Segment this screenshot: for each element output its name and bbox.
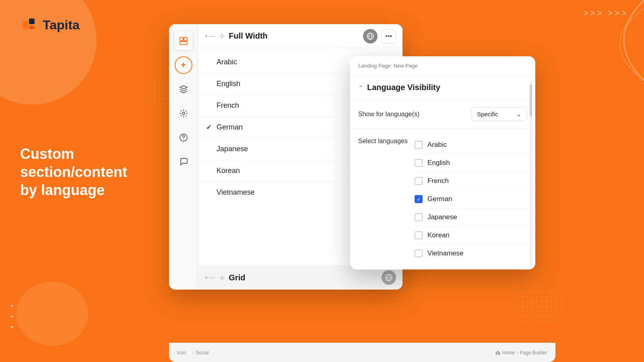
svg-rect-2 xyxy=(29,19,35,24)
more-button-fullwidth[interactable]: ••• xyxy=(382,29,396,43)
dash-icon-fullwidth: — xyxy=(209,33,215,40)
show-for-label: Show for language(s) xyxy=(358,111,419,118)
headline-line3: by language xyxy=(20,181,127,199)
chevrons-decoration: ⌄ ⌄ ⌄ xyxy=(9,300,15,330)
sidebar-icon-layers[interactable] xyxy=(175,80,192,98)
decorative-arrows: >>> >>> xyxy=(583,8,628,19)
checkbox-japanese[interactable] xyxy=(415,213,423,221)
svg-point-7 xyxy=(182,112,185,115)
svg-rect-6 xyxy=(180,41,187,45)
home-icon xyxy=(495,350,500,355)
lang-name-french: French xyxy=(217,101,239,110)
full-width-title: Full Width xyxy=(229,31,267,41)
lang-name-japanese: Japanese xyxy=(217,145,248,153)
full-width-header: + — ⊹ Full Width ••• xyxy=(198,24,402,48)
check-label-german: German xyxy=(427,195,452,203)
logo-area: Tapita xyxy=(20,16,80,34)
move-icon-grid[interactable]: ⊹ xyxy=(219,274,225,282)
sidebar-icon-help[interactable] xyxy=(175,129,192,146)
check-label-french: French xyxy=(427,177,449,185)
breadcrumb-separator: › xyxy=(516,350,518,356)
logo-text: Tapita xyxy=(43,18,80,33)
sidebar-icon-settings[interactable] xyxy=(175,105,192,122)
check-label-japanese: Japanese xyxy=(427,213,457,221)
select-languages-label: Select languages xyxy=(358,136,415,145)
bg-blob-top-left xyxy=(0,0,97,105)
social-label: - Social xyxy=(193,350,209,356)
chevron-3: ⌄ xyxy=(9,321,15,330)
svg-rect-3 xyxy=(29,26,35,29)
languages-checklist: Arabic English French ✓ German Japanese xyxy=(415,136,527,262)
sidebar-icon-add[interactable]: + xyxy=(175,56,192,74)
scroll-thumb[interactable] xyxy=(530,84,532,117)
show-for-row: Show for language(s) Specific ⌄ xyxy=(350,100,535,129)
svg-rect-4 xyxy=(180,37,183,41)
check-german: ✓ xyxy=(206,123,213,131)
headline-line2: section/content xyxy=(20,163,127,181)
check-item-english[interactable]: English xyxy=(415,154,527,172)
bg-dots-right xyxy=(515,290,564,322)
check-item-vietnamese[interactable]: Vietnamese xyxy=(415,245,527,262)
check-item-german[interactable]: ✓ German xyxy=(415,190,527,208)
check-item-arabic[interactable]: Arabic xyxy=(415,136,527,154)
collapse-icon[interactable]: ⌃ xyxy=(358,84,363,91)
add-plus-symbol: + xyxy=(181,60,186,70)
headline: Custom section/content by language xyxy=(20,145,127,199)
breadcrumb-page-builder[interactable]: Page Builder xyxy=(520,350,547,356)
check-item-korean[interactable]: Korean xyxy=(415,226,527,245)
chevron-down-icon: ⌄ xyxy=(516,111,521,117)
check-label-english: English xyxy=(427,159,450,167)
checkbox-german[interactable]: ✓ xyxy=(415,195,423,203)
check-item-french[interactable]: French xyxy=(415,172,527,190)
check-label-vietnamese: Vietnamese xyxy=(427,249,463,257)
dropdown-value: Specific xyxy=(477,111,498,117)
lang-name-english: English xyxy=(217,80,240,88)
globe-icon-grid[interactable] xyxy=(382,270,396,285)
bg-dots-mid xyxy=(141,80,173,105)
check-item-japanese[interactable]: Japanese xyxy=(415,208,527,226)
row-controls-grid: + — xyxy=(204,274,215,281)
headline-line1: Custom xyxy=(20,145,127,163)
more-dots-icon: ••• xyxy=(386,33,392,40)
panel-header-bar: Landing Page: New Page xyxy=(350,56,535,76)
sidebar-icon-chat[interactable] xyxy=(175,153,192,171)
breadcrumb-home[interactable]: Home xyxy=(502,350,515,356)
grid-title: Grid xyxy=(229,273,245,282)
dash-icon-grid: — xyxy=(209,274,215,281)
check-label-arabic: Arabic xyxy=(427,141,447,149)
move-icon-fullwidth[interactable]: ⊹ xyxy=(219,32,225,40)
lang-name-arabic: Arabic xyxy=(217,58,237,66)
check-label-korean: Korean xyxy=(427,231,450,239)
bottom-bar: Icon - Social Home › Page Builder xyxy=(169,343,555,362)
sidebar-icons: + xyxy=(169,24,198,290)
chevron-2: ⌄ xyxy=(9,311,15,319)
panel-breadcrumb: Landing Page: New Page xyxy=(358,63,417,69)
panel-title-row: ⌃ Language Visibility xyxy=(350,76,535,100)
breadcrumb: Home › Page Builder xyxy=(495,350,547,356)
plus-icon-grid[interactable]: + xyxy=(204,274,208,281)
globe-icon-fullwidth[interactable] xyxy=(363,29,378,43)
language-visibility-panel: Landing Page: New Page ⌃ Language Visibi… xyxy=(350,56,535,269)
sidebar-icon-layout[interactable] xyxy=(175,32,192,50)
checkbox-korean[interactable] xyxy=(415,231,423,239)
checkbox-vietnamese[interactable] xyxy=(415,249,423,257)
scroll-bar[interactable] xyxy=(530,80,532,269)
svg-point-9 xyxy=(183,139,184,140)
plus-icon-fullwidth[interactable]: + xyxy=(204,33,208,40)
checkbox-arabic[interactable] xyxy=(415,141,423,149)
svg-rect-1 xyxy=(23,21,28,29)
select-languages-row: Select languages Arabic English French ✓… xyxy=(350,129,535,269)
lang-name-korean: Korean xyxy=(217,167,240,175)
lang-name-vietnamese: Vietnamese xyxy=(217,188,255,197)
row-controls-fullwidth: + — xyxy=(204,33,215,40)
icon-label: Icon xyxy=(177,350,186,356)
chevron-1: ⌄ xyxy=(9,300,15,309)
tapita-logo-icon xyxy=(20,16,38,34)
checkbox-french[interactable] xyxy=(415,177,423,185)
lang-name-german: German xyxy=(217,123,243,132)
checkbox-english[interactable] xyxy=(415,159,423,167)
bg-blob-bottom-left xyxy=(16,282,89,346)
svg-rect-5 xyxy=(184,37,187,41)
panel-title: Language Visibility xyxy=(367,83,440,92)
specific-dropdown[interactable]: Specific ⌄ xyxy=(471,107,527,121)
